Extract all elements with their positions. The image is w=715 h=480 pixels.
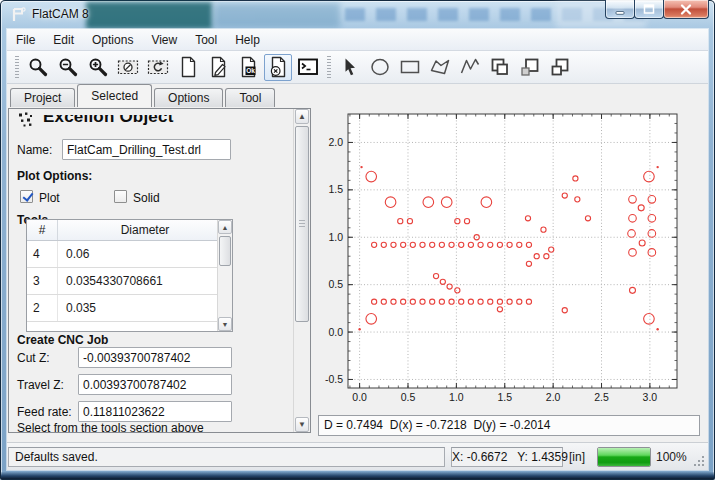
pointer-button[interactable]: [336, 54, 364, 81]
save-ok-button[interactable]: Ok: [234, 54, 262, 81]
plot-canvas[interactable]: 0.00.51.01.52.02.53.0-0.50.00.51.01.52.0: [318, 110, 701, 412]
open-project-icon: [207, 56, 229, 78]
tool-diameter-cell: 0.035: [58, 295, 232, 321]
tabbar: ProjectSelectedOptionsTool: [7, 84, 708, 107]
union-button[interactable]: [486, 54, 514, 81]
statusbar: Defaults saved. X: -0.6672 Y: 1.4359 [in…: [7, 442, 708, 470]
window-controls: [606, 0, 709, 19]
measurement-readout: D = 0.7494 D(x) = -0.7218 D(y) = -0.2014: [318, 415, 700, 436]
cursor-coordinates: X: -0.6672 Y: 1.4359: [451, 447, 563, 467]
x-tick-label: 1.5: [497, 391, 512, 403]
tools-table-body: 40.0630.035433070866120.035: [27, 241, 232, 322]
drill-point: [360, 166, 362, 168]
content-area: Excellon Object Name: Plot Options: Plot…: [7, 107, 708, 442]
travelz-label: Travel Z:: [17, 378, 64, 392]
pointer-icon: [339, 56, 361, 78]
delete-object-button[interactable]: [264, 54, 292, 81]
tool-diameter-cell: 0.0354330708661: [58, 268, 232, 294]
new-project-icon: [177, 56, 199, 78]
maximize-button[interactable]: [634, 0, 664, 19]
x-tick-label: 2.5: [594, 391, 609, 403]
tools-table[interactable]: # Diameter 40.0630.035433070866120.035 ▲…: [26, 219, 233, 332]
toolbar: Ok: [7, 51, 708, 84]
tab-project[interactable]: Project: [10, 88, 75, 107]
subtract-icon: [519, 56, 541, 78]
close-button[interactable]: [663, 0, 709, 19]
y-tick-label: 1.0: [328, 231, 343, 243]
subtract-button[interactable]: [516, 54, 544, 81]
scrollbar-thumb[interactable]: [295, 126, 309, 322]
menu-item-help[interactable]: Help: [226, 29, 269, 50]
save-ok-icon: Ok: [237, 56, 259, 78]
zoom-fit-button[interactable]: [24, 54, 52, 81]
clear-plot-button[interactable]: [114, 54, 142, 81]
scroll-up-icon[interactable]: ▲: [218, 220, 232, 234]
tools-col-diameter: Diameter: [58, 220, 232, 240]
x-tick-label: 3.0: [643, 391, 658, 403]
delete-object-icon: [267, 56, 289, 78]
intersect-button[interactable]: [546, 54, 574, 81]
tools-table-scrollbar[interactable]: ▲ ▼: [217, 220, 232, 331]
zoom-out-button[interactable]: [54, 54, 82, 81]
draw-rectangle-button[interactable]: [396, 54, 424, 81]
toolbar-handle[interactable]: [327, 56, 331, 78]
draw-circle-icon: [369, 56, 391, 78]
scroll-down-icon[interactable]: ▼: [295, 417, 309, 432]
draw-polyline-button[interactable]: [456, 54, 484, 81]
toolbar-handle[interactable]: [15, 56, 19, 78]
menu-item-file[interactable]: File: [7, 29, 44, 50]
tool-row[interactable]: 40.06: [27, 241, 232, 268]
shell-button[interactable]: [294, 54, 322, 81]
panel-scrollbar[interactable]: ▲ ▼: [293, 109, 310, 432]
feedrate-label: Feed rate:: [17, 405, 72, 419]
drill-point: [656, 166, 658, 168]
new-project-button[interactable]: [174, 54, 202, 81]
draw-circle-button[interactable]: [366, 54, 394, 81]
tool-number-cell: 4: [27, 241, 58, 267]
minimize-button[interactable]: [605, 0, 635, 19]
tab-selected[interactable]: Selected: [77, 84, 152, 107]
tool-row[interactable]: 20.035: [27, 295, 232, 322]
menu-item-view[interactable]: View: [142, 29, 186, 50]
menu-item-options[interactable]: Options: [83, 29, 142, 50]
travelz-input[interactable]: [78, 374, 232, 395]
scroll-up-icon[interactable]: ▲: [295, 109, 309, 124]
x-tick-label: 1.0: [449, 391, 464, 403]
titlebar[interactable]: FlatCAM 8: [0, 0, 715, 29]
tools-hint: Select from the tools section above: [17, 421, 204, 433]
replot-button[interactable]: [144, 54, 172, 81]
cutz-input[interactable]: [78, 347, 232, 368]
scrollbar-thumb[interactable]: [219, 236, 231, 266]
y-tick-label: 2.0: [328, 136, 343, 148]
y-tick-label: 0.5: [328, 278, 343, 290]
glass-reflection: [214, 3, 340, 28]
resize-grip[interactable]: [693, 455, 706, 468]
drill-point: [358, 328, 360, 330]
cnc-section-title: Create CNC Job: [17, 333, 108, 347]
tool-number-cell: 2: [27, 295, 58, 321]
menu-item-tool[interactable]: Tool: [186, 29, 226, 50]
tool-row[interactable]: 30.0354330708661: [27, 268, 232, 295]
intersect-icon: [549, 56, 571, 78]
draw-rectangle-icon: [399, 56, 421, 78]
plot-checkbox-label[interactable]: Plot: [39, 191, 60, 205]
flatcam-logo-icon: [10, 6, 27, 23]
progress-bar: [597, 447, 651, 467]
draw-polygon-button[interactable]: [426, 54, 454, 81]
open-project-button[interactable]: [204, 54, 232, 81]
name-input[interactable]: [62, 139, 231, 160]
feedrate-input[interactable]: [78, 401, 232, 422]
menu-item-edit[interactable]: Edit: [44, 29, 83, 50]
zoom-out-icon: [57, 56, 79, 78]
menubar: FileEditOptionsViewToolHelp: [7, 29, 708, 51]
scroll-down-icon[interactable]: ▼: [218, 317, 232, 331]
zoom-in-button[interactable]: [84, 54, 112, 81]
plot-options-label: Plot Options:: [17, 169, 92, 183]
plot-checkbox[interactable]: [20, 190, 33, 203]
tab-options[interactable]: Options: [154, 88, 223, 107]
plot-figure-svg[interactable]: 0.00.51.01.52.02.53.0-0.50.00.51.01.52.0: [318, 110, 701, 412]
solid-checkbox-label[interactable]: Solid: [133, 191, 160, 205]
tab-tool[interactable]: Tool: [225, 88, 275, 107]
x-tick-label: 0.0: [352, 391, 367, 403]
solid-checkbox[interactable]: [114, 190, 127, 203]
